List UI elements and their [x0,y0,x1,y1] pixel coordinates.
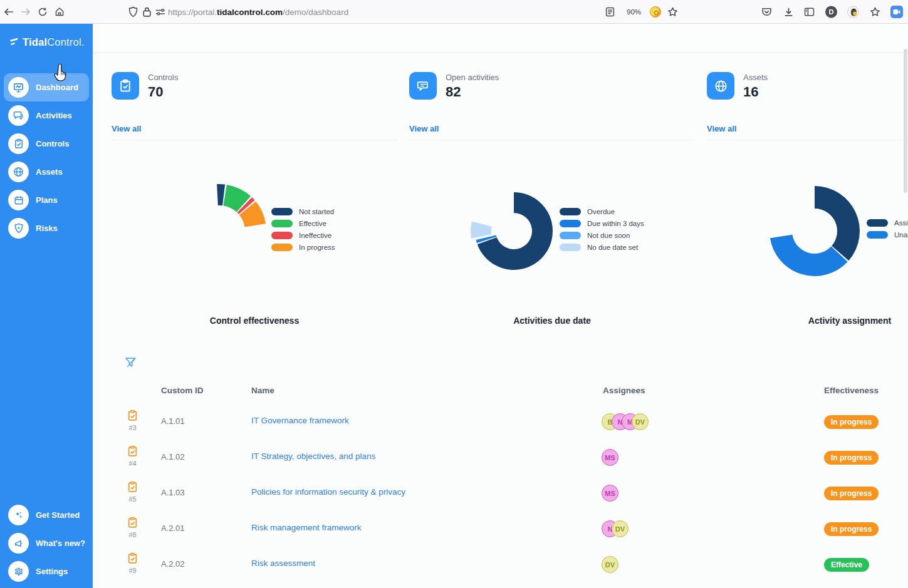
profile-avatar[interactable]: D [825,6,837,18]
column-header-assignees[interactable]: Assignees [603,386,645,395]
view-all-link[interactable]: View all [707,124,736,133]
stat-label: Open activities [446,72,499,82]
privacy-extension-icon[interactable] [847,6,859,18]
star-extension-icon[interactable] [870,6,880,17]
download-icon[interactable] [783,6,794,17]
pocket-icon[interactable] [761,7,772,17]
control-clipboard-icon: #9 [127,552,138,574]
table-row[interactable]: #4A.1.02IT Strategy, objectives, and pla… [112,440,908,476]
table-row[interactable]: #3A.1.01IT Governance frameworkBNMDVIn p… [112,405,908,440]
sidebar-item-assets[interactable]: Assets [0,158,93,186]
filter-icon[interactable] [125,356,137,371]
legend-item[interactable]: Assigned [867,219,908,227]
effectiveness-badge: Effective [824,558,869,572]
sidebar-item-risks[interactable]: Risks [0,214,93,242]
legend-item[interactable]: Overdue [560,208,644,215]
legend-item[interactable]: Effective [271,220,335,227]
row-ref: #9 [127,567,138,574]
row-name-link[interactable]: IT Governance framework [251,416,349,425]
bookmark-star-icon[interactable] [667,6,678,17]
assignee-avatar[interactable]: DV [612,520,629,537]
assignee-avatar[interactable]: MS [602,485,618,502]
extension-icon[interactable] [650,6,661,18]
sidebar-item-label: Activities [36,111,72,120]
donut-segment[interactable] [223,185,251,212]
reader-view-icon[interactable] [605,7,615,17]
shield-icon[interactable] [128,6,138,18]
permissions-icon[interactable] [155,8,165,16]
table-row[interactable]: #5A.1.03Policies for information securit… [112,476,908,512]
view-all-link[interactable]: View all [112,124,141,133]
column-header-effectiveness[interactable]: Effectiveness [824,386,879,395]
donut-segment[interactable] [217,184,225,205]
control-effectiveness-donut[interactable] [147,159,291,303]
row-name-link[interactable]: Risk assessment [251,559,315,568]
legend-item[interactable]: Ineffective [271,232,335,239]
sidebar-item-label: Dashboard [36,83,78,92]
chat-icon [409,72,437,100]
zoom-level[interactable]: 90% [627,8,641,16]
row-ref: #5 [127,495,138,503]
column-header-name[interactable]: Name [251,386,274,395]
megaphone-icon [8,533,29,554]
address-bar[interactable]: https://portal.tidalcontrol.com/demo/das… [168,7,348,16]
row-name-link[interactable]: IT Strategy, objectives, and plans [251,451,375,461]
legend-label: Not started [299,208,334,215]
divider [112,140,397,140]
donut-segment[interactable] [815,186,860,260]
plans-icon [8,190,29,210]
view-all-link[interactable]: View all [409,124,439,133]
legend-item[interactable]: In progress [271,244,335,251]
table-row[interactable]: #8A.2.01Risk management frameworkNDVIn p… [112,512,908,547]
sidebar-item-activities[interactable]: Activities [0,101,93,130]
assignee-avatar[interactable]: DV [602,556,618,573]
back-icon[interactable] [4,6,14,17]
sidebar-item-get-started[interactable]: Get Started [0,501,93,529]
donut-segment[interactable] [239,202,266,227]
legend-item[interactable]: Due within 3 days [560,220,644,227]
reload-icon[interactable] [38,7,48,17]
chart-title: Activity assignment [707,316,908,326]
logo-text-bold: Tidal [23,36,47,48]
legend-swatch [271,208,293,215]
sidebar-item-dashboard[interactable]: Dashboard [4,73,89,101]
table-row[interactable]: #9A.2.02Risk assessmentDVEffective [112,547,908,583]
sidebar-item-label: Assets [36,167,63,177]
lock-icon[interactable] [142,6,152,17]
legend-item[interactable]: Not started [271,208,335,215]
donut-segment[interactable] [471,222,492,239]
effectiveness-badge: In progress [824,415,879,429]
legend-item[interactable]: Unassigned [867,231,908,239]
row-name-link[interactable]: Risk management framework [251,523,362,532]
sidebar-item-settings[interactable]: Settings [0,557,93,585]
charts-row: Not startedEffectiveIneffectiveIn progre… [112,173,908,326]
scrollbar-thumb[interactable] [904,49,907,193]
legend-label: No due date set [587,244,638,251]
legend-item[interactable]: Not due soon [560,232,644,239]
activity-assignment-donut[interactable] [743,159,887,303]
assignee-avatar[interactable]: MS [602,449,618,466]
assets-icon [8,162,29,182]
logo-text-light: Control. [47,36,84,48]
sidebar-item-whats-new[interactable]: What's new? [0,529,93,557]
chart-control-effectiveness: Not startedEffectiveIneffectiveIn progre… [112,173,397,326]
legend-swatch [867,231,888,239]
row-custom-id: A.1.02 [161,452,185,462]
stats-row: Controls 70 View all Open activities [112,72,908,140]
video-extension-icon[interactable] [890,6,903,18]
stat-card-controls: Controls 70 View all [112,72,397,140]
legend-label: Effective [299,220,326,227]
home-icon[interactable] [55,7,65,17]
assignee-avatar[interactable]: DV [632,413,649,430]
row-ref: #8 [127,531,138,539]
column-header-custom-id[interactable]: Custom ID [161,386,204,395]
sidebar-item-controls[interactable]: Controls [0,130,93,158]
scrollbar[interactable] [904,49,907,588]
legend-item[interactable]: No due date set [560,244,644,251]
table-header: Custom ID Name Assignees Effectiveness [112,386,908,405]
sidebar-toggle-icon[interactable] [804,7,815,16]
legend-swatch [560,220,581,227]
forward-icon[interactable] [20,6,31,17]
row-name-link[interactable]: Policies for information security & priv… [251,487,405,497]
sidebar-item-plans[interactable]: Plans [0,186,93,214]
